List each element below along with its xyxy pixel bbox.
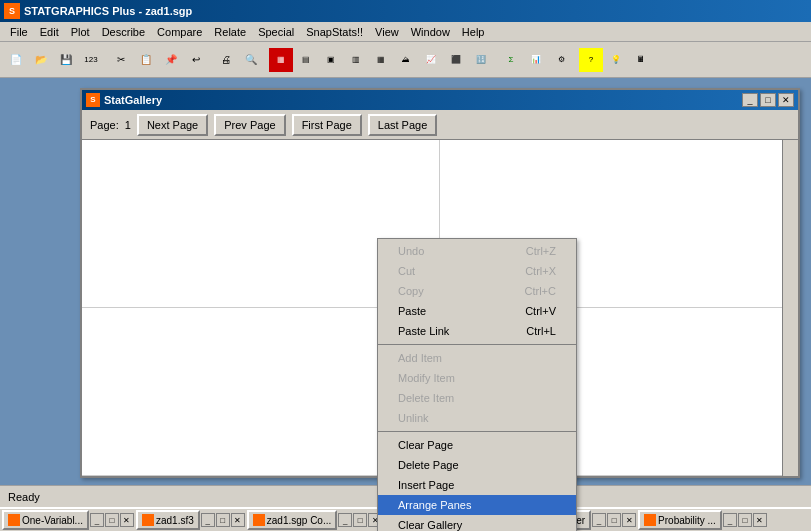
ctx-delete-page[interactable]: Delete Page	[378, 455, 576, 475]
tb-help1[interactable]: ?	[579, 48, 603, 72]
tb-stats3[interactable]: ⚙	[549, 48, 573, 72]
tb-paste[interactable]: 📌	[159, 48, 183, 72]
prev-page-button[interactable]: Prev Page	[214, 114, 285, 136]
task-group-6: Probability ... _ □ ✕	[638, 510, 767, 530]
stat-gallery-title-text: StatGallery	[104, 94, 162, 106]
minimize-button[interactable]: _	[742, 93, 758, 107]
tb-stats2[interactable]: 📊	[524, 48, 548, 72]
ctx-cut[interactable]: Cut Ctrl+X	[378, 261, 576, 281]
ctx-paste-link-shortcut: Ctrl+L	[526, 325, 556, 337]
ctx-copy-label: Copy	[398, 285, 424, 297]
task-label-1: One-Variabl...	[22, 515, 83, 526]
task-ctrl-1b[interactable]: □	[105, 513, 119, 527]
task-ctrl-6b[interactable]: □	[738, 513, 752, 527]
menu-file[interactable]: File	[4, 24, 34, 40]
task-ctrl-6a[interactable]: _	[723, 513, 737, 527]
ctx-delete-item-label: Delete Item	[398, 392, 454, 404]
ctx-clear-page[interactable]: Clear Page	[378, 435, 576, 455]
task-icon-6	[644, 514, 656, 526]
next-page-button[interactable]: Next Page	[137, 114, 208, 136]
tb-chart8[interactable]: ⬛	[444, 48, 468, 72]
tb-copy[interactable]: 📋	[134, 48, 158, 72]
menu-help[interactable]: Help	[456, 24, 491, 40]
tb-stats1[interactable]: Σ	[499, 48, 523, 72]
menu-view[interactable]: View	[369, 24, 405, 40]
tb-chart4[interactable]: ▥	[344, 48, 368, 72]
ctx-delete-item[interactable]: Delete Item	[378, 388, 576, 408]
tb-chart2[interactable]: ▤	[294, 48, 318, 72]
first-page-button[interactable]: First Page	[292, 114, 362, 136]
task-group-1: One-Variabl... _ □ ✕	[2, 510, 134, 530]
ctx-copy[interactable]: Copy Ctrl+C	[378, 281, 576, 301]
tb-chart5[interactable]: ▦	[369, 48, 393, 72]
ctx-clear-gallery[interactable]: Clear Gallery	[378, 515, 576, 531]
ctx-paste-label: Paste	[398, 305, 426, 317]
task-one-variable[interactable]: One-Variabl...	[2, 510, 89, 530]
ctx-modify-item[interactable]: Modify Item	[378, 368, 576, 388]
task-ctrl-2c[interactable]: ✕	[231, 513, 245, 527]
ctx-paste-shortcut: Ctrl+V	[525, 305, 556, 317]
ctx-delete-page-label: Delete Page	[398, 459, 459, 471]
ctx-undo-shortcut: Ctrl+Z	[526, 245, 556, 257]
ctx-copy-shortcut: Ctrl+C	[525, 285, 556, 297]
ctx-add-item[interactable]: Add Item	[378, 348, 576, 368]
tb-chart3[interactable]: ▣	[319, 48, 343, 72]
ctx-insert-page[interactable]: Insert Page	[378, 475, 576, 495]
ctx-cut-label: Cut	[398, 265, 415, 277]
task-ctrl-3b[interactable]: □	[353, 513, 367, 527]
task-ctrl-5b[interactable]: □	[607, 513, 621, 527]
context-menu: Undo Ctrl+Z Cut Ctrl+X Copy Ctrl+C Paste…	[377, 238, 577, 531]
stat-gallery-icon: S	[86, 93, 100, 107]
menu-compare[interactable]: Compare	[151, 24, 208, 40]
menu-relate[interactable]: Relate	[208, 24, 252, 40]
maximize-button[interactable]: □	[760, 93, 776, 107]
ctx-clear-page-label: Clear Page	[398, 439, 453, 451]
task-ctrl-1a[interactable]: _	[90, 513, 104, 527]
task-ctrl-6c[interactable]: ✕	[753, 513, 767, 527]
menu-plot[interactable]: Plot	[65, 24, 96, 40]
tb-num[interactable]: 123	[79, 48, 103, 72]
tb-open[interactable]: 📂	[29, 48, 53, 72]
ctx-unlink[interactable]: Unlink	[378, 408, 576, 428]
gallery-scrollbar[interactable]	[782, 140, 798, 476]
menu-edit[interactable]: Edit	[34, 24, 65, 40]
task-ctrl-5c[interactable]: ✕	[622, 513, 636, 527]
ctx-paste-link[interactable]: Paste Link Ctrl+L	[378, 321, 576, 341]
tb-preview[interactable]: 🔍	[239, 48, 263, 72]
tb-save[interactable]: 💾	[54, 48, 78, 72]
ctx-arrange-panes-label: Arrange Panes	[398, 499, 471, 511]
task-zad1-sgp[interactable]: zad1.sgp Co...	[247, 510, 337, 530]
last-page-button[interactable]: Last Page	[368, 114, 438, 136]
task-ctrl-2a[interactable]: _	[201, 513, 215, 527]
tb-undo[interactable]: ↩	[184, 48, 208, 72]
ctx-arrange-panes[interactable]: Arrange Panes	[378, 495, 576, 515]
stat-gallery-titlebar: S StatGallery _ □ ✕	[82, 90, 798, 110]
menu-describe[interactable]: Describe	[96, 24, 151, 40]
tb-help2[interactable]: 💡	[604, 48, 628, 72]
task-ctrl-5a[interactable]: _	[592, 513, 606, 527]
ctx-paste[interactable]: Paste Ctrl+V	[378, 301, 576, 321]
tb-new[interactable]: 📄	[4, 48, 28, 72]
tb-chart7[interactable]: 📈	[419, 48, 443, 72]
task-group-2: zad1.sf3 _ □ ✕	[136, 510, 245, 530]
task-ctrl-3a[interactable]: _	[338, 513, 352, 527]
tb-print[interactable]: 🖨	[214, 48, 238, 72]
ctx-undo[interactable]: Undo Ctrl+Z	[378, 241, 576, 261]
tb-chart6[interactable]: ⛰	[394, 48, 418, 72]
task-label-2: zad1.sf3	[156, 515, 194, 526]
tb-chart1[interactable]: ▦	[269, 48, 293, 72]
task-probability[interactable]: Probability ...	[638, 510, 722, 530]
tb-calc[interactable]: 🖩	[629, 48, 653, 72]
task-ctrl-2b[interactable]: □	[216, 513, 230, 527]
menu-special[interactable]: Special	[252, 24, 300, 40]
task-ctrl-1c[interactable]: ✕	[120, 513, 134, 527]
nav-bar: Page: 1 Next Page Prev Page First Page L…	[82, 110, 798, 140]
stat-gallery-window: S StatGallery _ □ ✕ Page: 1 Next Page Pr…	[80, 88, 800, 478]
task-zad1-sf3[interactable]: zad1.sf3	[136, 510, 200, 530]
menu-snapstats[interactable]: SnapStats!!	[300, 24, 369, 40]
tb-chart9[interactable]: 🔢	[469, 48, 493, 72]
menu-window[interactable]: Window	[405, 24, 456, 40]
ctx-sep-2	[378, 431, 576, 432]
close-button[interactable]: ✕	[778, 93, 794, 107]
tb-cut[interactable]: ✂	[109, 48, 133, 72]
